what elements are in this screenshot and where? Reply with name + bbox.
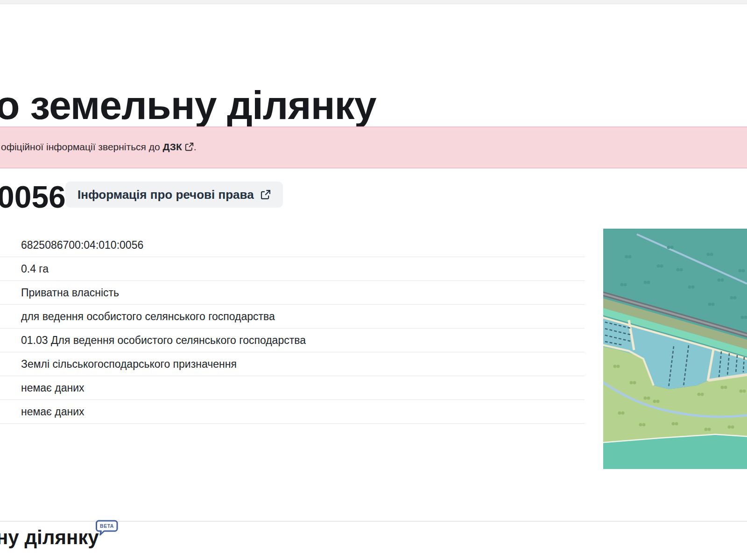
header-remnant-strip [0, 0, 747, 4]
parcel-number: 0056 [0, 179, 66, 215]
property-rights-button[interactable]: Інформація про речові права [65, 182, 283, 208]
external-link-icon [261, 189, 271, 200]
external-link-icon [185, 142, 194, 154]
cadastral-map-preview[interactable] [603, 229, 747, 469]
purpose-code-value: 01.03 Для ведення особистого селянського… [0, 329, 585, 352]
alert-suffix: . [194, 141, 197, 152]
beta-badge-label: BETA [100, 523, 114, 529]
land-category-value: Землі сільськогосподарського призначення [0, 352, 585, 376]
parcel-info-table: 6825086700:04:010:0056 0.4 га Приватна в… [0, 233, 585, 424]
alert-text: офіційної інформації зверніться до ДЗК. [1, 141, 197, 154]
footer-section-heading: ну ділянку [0, 526, 99, 549]
cadastral-map-image [603, 229, 747, 469]
beta-badge: BETA [95, 520, 119, 537]
ownership-value: Приватна власність [0, 281, 585, 305]
no-data-value: немає даних [0, 376, 585, 400]
page-title: о земельну ділянку [0, 82, 376, 128]
property-rights-button-label: Інформація про речові права [78, 188, 254, 202]
area-value: 0.4 га [0, 257, 585, 281]
cadastral-number-value: 6825086700:04:010:0056 [0, 233, 585, 257]
official-info-alert: офіційної інформації зверніться до ДЗК. [0, 126, 747, 168]
alert-text-fragment: офіційної інформації зверніться до [1, 141, 160, 152]
no-data-value: немає даних [0, 400, 585, 424]
land-use-value: для ведення особистого селянського госпо… [0, 305, 585, 329]
dzk-link[interactable]: ДЗК [163, 141, 182, 152]
